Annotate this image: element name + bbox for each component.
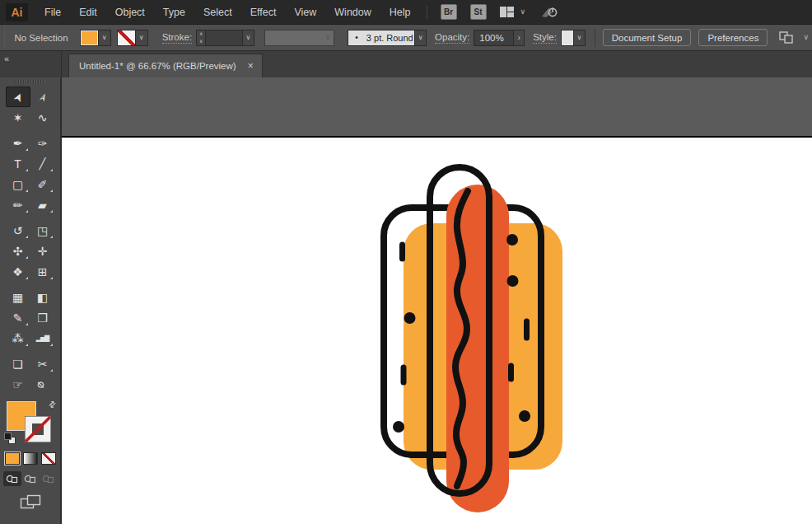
- fill-color-swatch[interactable]: [80, 30, 99, 46]
- style-chevron-icon[interactable]: ∨: [574, 30, 586, 46]
- rectangle-tool[interactable]: ▢: [6, 174, 30, 194]
- zoom-tool[interactable]: ⌀: [30, 374, 55, 395]
- width-tool-icon: ✣: [13, 246, 23, 257]
- brush-definition-dropdown[interactable]: • 3 pt. Round: [348, 30, 415, 46]
- color-type-buttons: [5, 452, 56, 465]
- hand-tool-icon: ☞: [12, 379, 23, 391]
- menu-help[interactable]: Help: [380, 0, 420, 24]
- dot-shape[interactable]: [507, 275, 519, 287]
- menu-object[interactable]: Object: [106, 0, 154, 24]
- column-graph-tool[interactable]: ▂▅▇: [30, 328, 55, 349]
- gradient-tool[interactable]: ◧: [30, 287, 55, 307]
- brush-definition-chevron-icon[interactable]: ∨: [415, 30, 427, 46]
- menu-select[interactable]: Select: [194, 0, 241, 24]
- stroke-weight-field[interactable]: [206, 30, 243, 46]
- stroke-indicator[interactable]: [25, 416, 51, 446]
- gradient-button[interactable]: [23, 452, 38, 465]
- dot-shape[interactable]: [404, 312, 416, 324]
- mesh-tool[interactable]: ▦: [6, 287, 30, 307]
- puppet-warp-tool[interactable]: ✛: [30, 241, 55, 261]
- bridge-button[interactable]: Br: [441, 4, 457, 20]
- shaper-tool[interactable]: ✏: [6, 194, 30, 215]
- artboard-tool[interactable]: ❏: [6, 353, 30, 374]
- document-setup-button[interactable]: Document Setup: [603, 29, 692, 46]
- shape-builder-tool[interactable]: ❖: [6, 261, 30, 282]
- tool-grid: ➤ ➢ ✶ ∿ ✒ ✑ T ╱ ▢ ✐ ✏ ▰ ↺ ◳ ✣ ✛ ❖ ⊞ ▦ ◧: [6, 87, 55, 395]
- lasso-tool[interactable]: ∿: [30, 107, 55, 128]
- stroke-weight-chevron-icon[interactable]: ∨: [243, 30, 254, 46]
- stepper-down-icon[interactable]: ∨: [197, 38, 205, 45]
- rotate-tool[interactable]: ↺: [6, 220, 30, 241]
- opacity-arrow-icon[interactable]: ›: [514, 30, 525, 46]
- stepper-up-icon[interactable]: ∧: [197, 30, 205, 38]
- opacity-field[interactable]: 100%: [474, 30, 514, 46]
- dot-shape[interactable]: [519, 410, 530, 422]
- collapse-panel-icon[interactable]: «: [4, 54, 9, 63]
- stroke-weight-label[interactable]: Stroke:: [162, 32, 192, 44]
- perspective-grid-tool[interactable]: ⊞: [30, 261, 55, 282]
- tools-panel-header: «: [0, 51, 62, 77]
- menu-window[interactable]: Window: [325, 0, 380, 24]
- pen-tool[interactable]: ✒: [6, 133, 30, 153]
- width-tool[interactable]: ✣: [6, 241, 30, 261]
- tools-panel: ➤ ➢ ✶ ∿ ✒ ✑ T ╱ ▢ ✐ ✏ ▰ ↺ ◳ ✣ ✛ ❖ ⊞ ▦ ◧: [0, 77, 62, 524]
- stroke-none-swatch[interactable]: [117, 30, 136, 46]
- fill-color-chevron-icon[interactable]: ∨: [99, 30, 111, 46]
- dot-shape[interactable]: [393, 421, 404, 433]
- line-segment-tool-icon: ╱: [40, 158, 46, 169]
- selection-tool[interactable]: ➤: [6, 87, 30, 107]
- menu-file[interactable]: File: [35, 0, 70, 24]
- rectangle-tool-icon: ▢: [12, 179, 23, 190]
- document-tab[interactable]: Untitled-1* @ 66.67% (RGB/Preview) ×: [68, 54, 263, 77]
- screen-mode-icon[interactable]: [20, 494, 41, 514]
- tab-close-icon[interactable]: ×: [248, 60, 254, 72]
- dot-shape[interactable]: [506, 234, 518, 246]
- magic-wand-tool[interactable]: ✶: [6, 107, 30, 128]
- gradient-tool-icon: ◧: [37, 292, 48, 303]
- default-fill-stroke-icon[interactable]: [4, 433, 16, 444]
- menu-view[interactable]: View: [285, 0, 325, 24]
- align-chevron-icon[interactable]: ∨: [800, 34, 812, 41]
- slice-tool[interactable]: ✂: [30, 353, 55, 374]
- color-button[interactable]: [5, 452, 20, 465]
- hand-tool[interactable]: ☞: [6, 374, 30, 395]
- menu-edit[interactable]: Edit: [70, 0, 106, 24]
- type-tool[interactable]: T: [6, 153, 30, 174]
- stroke-color-chevron-icon[interactable]: ∨: [136, 30, 148, 46]
- menu-type[interactable]: Type: [154, 0, 194, 24]
- magic-wand-tool-icon: ✶: [13, 112, 23, 124]
- menu-effect[interactable]: Effect: [241, 0, 286, 24]
- workspace-chevron-icon[interactable]: ∨: [517, 8, 530, 16]
- canvas-area[interactable]: [62, 77, 812, 524]
- default-fill-chip: [4, 433, 12, 440]
- paintbrush-tool[interactable]: ✐: [30, 174, 55, 194]
- stock-button[interactable]: St: [470, 4, 487, 20]
- opacity-label[interactable]: Opacity:: [435, 32, 469, 44]
- control-bar-grip[interactable]: [0, 25, 6, 50]
- control-bar-separator: [595, 29, 595, 47]
- gpu-performance-icon[interactable]: [540, 5, 558, 19]
- hotdog-artwork[interactable]: [62, 77, 810, 524]
- draw-normal-icon[interactable]: [3, 471, 21, 486]
- control-bar: No Selection ∨ ∨ Stroke: ∧ ∨ ∨ ∨ • 3 pt.…: [0, 24, 812, 51]
- style-swatch[interactable]: [561, 30, 574, 46]
- blend-tool[interactable]: ❒: [30, 307, 55, 328]
- align-icon[interactable]: [778, 30, 796, 44]
- tools-panel-grip[interactable]: [16, 80, 45, 83]
- style-label[interactable]: Style:: [533, 32, 557, 44]
- line-segment-tool[interactable]: ╱: [30, 153, 55, 174]
- shaper-tool-icon: ✏: [13, 199, 23, 211]
- scale-tool[interactable]: ◳: [30, 220, 55, 241]
- workspace-switcher-icon[interactable]: [500, 7, 514, 17]
- preferences-button[interactable]: Preferences: [698, 29, 768, 46]
- eyedropper-tool[interactable]: ✎: [6, 307, 30, 328]
- stroke-weight-stepper[interactable]: ∧ ∨: [196, 30, 206, 46]
- curvature-tool[interactable]: ✑: [30, 133, 55, 153]
- direct-selection-tool[interactable]: ➢: [30, 87, 55, 107]
- menubar-separator: [427, 6, 427, 19]
- none-button[interactable]: [41, 452, 56, 465]
- draw-behind-icon[interactable]: [21, 471, 40, 486]
- swap-fill-stroke-icon[interactable]: ⇄: [46, 399, 58, 410]
- eraser-tool[interactable]: ▰: [30, 194, 55, 215]
- symbol-sprayer-tool[interactable]: ⁂: [6, 328, 30, 349]
